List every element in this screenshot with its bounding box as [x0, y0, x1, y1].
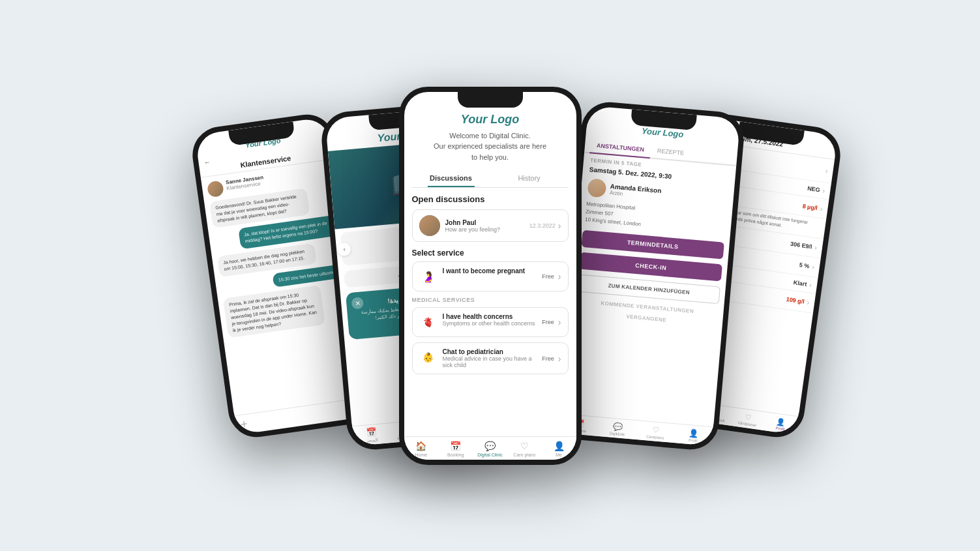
service-free-badge-health: Free: [542, 319, 554, 325]
careplans-icon: ♡: [520, 441, 529, 451]
tab-bar: Discussions History: [412, 169, 569, 188]
nav-label-booking: Booking: [447, 453, 464, 457]
main-content: Open discussions John Paul How are you f…: [404, 188, 576, 436]
service-pregnant[interactable]: 🤰 I want to become pregnant Free ›: [412, 261, 569, 291]
lab-value-lb: 109 g/l: [786, 295, 805, 305]
service-free-badge-pediatrician: Free: [542, 355, 554, 362]
pediatrician-icon: 👶: [419, 348, 438, 366]
lab-value-rom: 306 E9/l: [790, 241, 812, 250]
open-discussions-title: Open discussions: [412, 194, 569, 204]
nav-label-profil: Profil: [688, 438, 697, 443]
nav-digital-clinic[interactable]: 💬 Digital Clinic: [473, 441, 507, 457]
lab-value-os: 5 %: [799, 261, 810, 269]
nav-booking[interactable]: 📅 Booking: [438, 441, 473, 457]
service-name-pediatrician: Chat to pediatrician: [443, 348, 539, 355]
service-info-health: I have health concerns Symptoms or other…: [443, 313, 539, 327]
nav-label-profil: Profil: [775, 426, 784, 431]
service-pediatrician[interactable]: 👶 Chat to pediatrician Medical advice in…: [412, 342, 569, 374]
pregnant-icon: 🤰: [419, 267, 438, 286]
select-service-title: Select service: [412, 248, 569, 258]
doctor-info: Amanda Erikson Ärztin: [609, 183, 661, 200]
phone-center: Your Logo Welcome to Digital Clinic.Our …: [399, 87, 582, 465]
nav-label-home: Home: [415, 453, 428, 457]
lab-value-straag: NEG: [807, 185, 820, 193]
tab-history[interactable]: History: [490, 169, 569, 187]
nav-home[interactable]: 🏠 Home: [404, 441, 439, 457]
location-room: Zimmer 507: [585, 209, 613, 217]
nav-label-vardplaner: Vårdplaner: [737, 421, 756, 427]
tab-discussions[interactable]: Discussions: [412, 169, 490, 187]
lab-value-rpp: ›: [822, 166, 828, 174]
arrow-icon: ›: [558, 317, 561, 327]
notch: [458, 92, 523, 108]
nav-careplans[interactable]: ♡ Careplans: [636, 424, 675, 441]
prev-arrow[interactable]: ‹: [337, 242, 351, 256]
nav-me[interactable]: 👤 Me: [542, 441, 576, 457]
discussion-date: 12.3.2022: [529, 222, 556, 229]
bottom-nav: 🏠 Home 📅 Booking 💬 Digital Clinic ♡ Care…: [404, 436, 576, 460]
me-icon: 👤: [554, 441, 565, 451]
agent-avatar: [206, 180, 224, 198]
lab-value-ekg: Klart: [793, 278, 807, 287]
health-icon: 🫀: [419, 313, 438, 331]
arrow-icon: ›: [558, 220, 561, 231]
phone-german: Your Logo ANSTALTUNGEN REZEPTE TERMIN IN…: [554, 100, 745, 452]
nav-profil[interactable]: 👤 Profil: [763, 415, 797, 433]
welcome-text: Welcome to Digital Clinic.Our exprienced…: [404, 129, 576, 170]
booking-icon: 📅: [450, 441, 461, 451]
doctor-avatar: [587, 178, 606, 198]
add-icon[interactable]: +: [239, 417, 248, 431]
nav-label-booking: الحجز: [366, 437, 378, 443]
chat-msg-5: Prima, ik zal de afspraak om 15:30 inpla…: [223, 285, 325, 338]
nav-label-careplans: Care plans: [513, 453, 535, 457]
service-info-pediatrician: Chat to pediatrician Medical advice in c…: [443, 348, 539, 368]
nav-item-booking[interactable]: 📅 الحجز: [352, 426, 391, 445]
user-avatar: [419, 215, 440, 236]
service-name-health: I have health concerns: [443, 313, 539, 320]
lab-value-rrit: 8 µg/l: [802, 202, 818, 211]
discussion-message: How are you feeling?: [445, 226, 529, 233]
location-address: 10 King's street, London: [584, 216, 640, 226]
nav-digiklinik[interactable]: 💬 Digiklinik: [598, 421, 637, 438]
tab-rezepte[interactable]: REZEPTE: [650, 143, 691, 160]
clinic-icon: 💬: [484, 441, 496, 451]
nav-label-clinic: Digital Clinic: [477, 453, 503, 457]
nav-label-me: Me: [556, 453, 562, 457]
discussion-item[interactable]: John Paul How are you feeling? 12.3.2022…: [412, 209, 569, 242]
nav-label-careplans: Careplans: [646, 434, 664, 439]
discussion-info: John Paul How are you feeling?: [445, 219, 529, 233]
medical-services-label: MEDICAL SERVICES: [412, 297, 569, 303]
close-icon[interactable]: ✕: [351, 297, 364, 310]
service-desc-pediatrician: Medical advice in case you have a sick c…: [443, 355, 539, 368]
nav-vardplaner[interactable]: ♡ Vårdplaner: [730, 410, 765, 428]
discussion-name: John Paul: [445, 219, 529, 226]
service-info-pregnant: I want to become pregnant: [443, 267, 539, 275]
home-icon: 🏠: [415, 441, 426, 451]
service-free-badge-pregnant: Free: [542, 273, 554, 280]
service-name-pregnant: I want to become pregnant: [443, 267, 539, 275]
agent-details: Sanne Janssen Klantenservice: [225, 174, 264, 191]
arrow-icon: ›: [558, 271, 561, 282]
service-health[interactable]: 🫀 I have health concerns Symptoms or oth…: [412, 307, 569, 337]
nav-label-digiklinik: Digiklinik: [609, 431, 625, 436]
nav-profil[interactable]: 👤 Profil: [674, 427, 713, 444]
main-scene: Your Logo ← Klantenservice Sanne Janssen…: [34, 15, 947, 537]
service-desc-health: Symptoms or other health concerns: [443, 320, 539, 327]
nav-careplans[interactable]: ♡ Care plans: [507, 441, 542, 457]
arrow-icon: ›: [558, 353, 561, 364]
